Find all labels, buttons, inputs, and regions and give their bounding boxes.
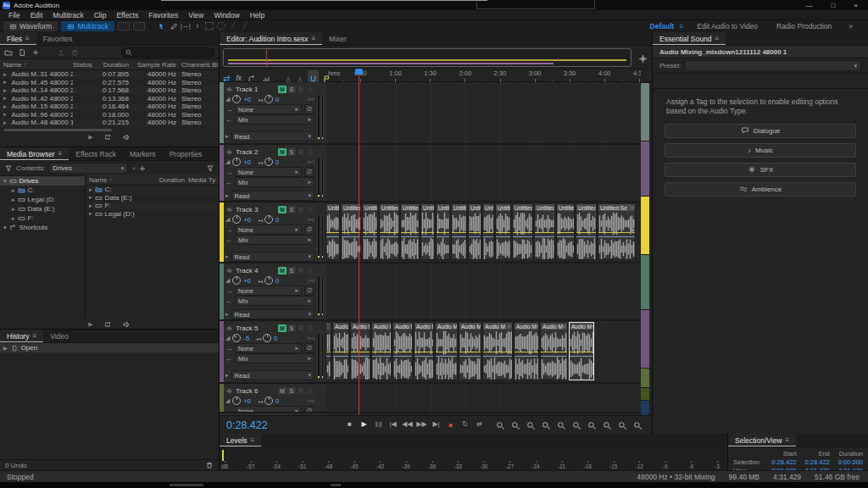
clip-header[interactable]: Audio M▾: [541, 323, 567, 330]
volume-envelope[interactable]: [535, 232, 554, 233]
volume-value[interactable]: +0: [243, 96, 251, 103]
volume-envelope[interactable]: [326, 352, 331, 352]
clip-header[interactable]: Audio M▾: [393, 323, 412, 330]
volume-envelope[interactable]: [436, 352, 457, 352]
audio-clip[interactable]: Untitled Se: [420, 203, 435, 260]
volume-envelope[interactable]: [541, 352, 567, 352]
file-row[interactable]: ▸Audio M..42 48000 2.wav0:13.36848000 Hz…: [0, 95, 219, 103]
monitor-input-button[interactable]: I: [306, 148, 314, 156]
clip-header[interactable]: Audio M▾: [459, 323, 481, 330]
record-button[interactable]: ●: [444, 420, 457, 430]
pan-envelope[interactable]: [342, 236, 360, 237]
mute-button[interactable]: M: [278, 267, 287, 274]
history-tab-video[interactable]: Video: [43, 330, 75, 342]
pan-value[interactable]: 0: [275, 397, 279, 405]
go-end-button[interactable]: ▶|: [430, 420, 442, 430]
volume-envelope[interactable]: [342, 232, 360, 233]
pan-envelope[interactable]: [576, 236, 596, 237]
audio-clip[interactable]: Untitled Se: [436, 203, 450, 260]
automation-select[interactable]: Read▾: [231, 370, 314, 380]
output-select[interactable]: Mix▸: [235, 296, 314, 306]
file-row[interactable]: ▸Audio M..96 48000 2.wav0:18.00048000 Hz…: [0, 111, 219, 119]
pan-envelope[interactable]: [393, 356, 412, 357]
workspace-tab-default[interactable]: Default: [642, 22, 683, 30]
selection-view-tab-selection-view[interactable]: Selection/View≡: [728, 434, 796, 446]
audio-clip[interactable]: Audio M▾: [392, 322, 413, 380]
volume-envelope[interactable]: [483, 232, 493, 233]
expander-icon[interactable]: ▸: [3, 95, 7, 102]
mute-button[interactable]: M: [278, 387, 287, 395]
audio-clip[interactable]: Untitled Se: [482, 203, 494, 260]
audio-clip[interactable]: Audio M: [332, 322, 349, 380]
phase-button[interactable]: ∅: [304, 104, 314, 114]
knob[interactable]: [232, 276, 241, 285]
preset-select[interactable]: ▾: [685, 60, 861, 71]
pan-envelope[interactable]: [380, 236, 398, 237]
pan-envelope[interactable]: [363, 236, 377, 237]
mute-button[interactable]: M: [278, 206, 287, 214]
pan-envelope[interactable]: [326, 236, 339, 237]
audio-clip[interactable]: Untitled Se▾: [512, 203, 533, 260]
column-header-bi[interactable]: Bi: [212, 61, 219, 69]
clip-header[interactable]: Untitled Se▾: [557, 204, 574, 211]
zoom-in-button[interactable]: [493, 418, 508, 433]
zoom-in-out-button[interactable]: [600, 418, 615, 433]
file-row[interactable]: ▸Audio M..15 48000 2.wav0:16.46448000 Hz…: [0, 103, 219, 111]
pause-button[interactable]: ▮▮: [372, 420, 385, 430]
menu-window[interactable]: Window: [209, 11, 244, 19]
volume-value[interactable]: -5: [243, 335, 249, 342]
audio-clip[interactable]: Audio M▾: [569, 322, 594, 380]
phase-button[interactable]: ∅: [304, 343, 314, 353]
clip-header[interactable]: Audio M▾: [415, 323, 433, 330]
clip-header[interactable]: Audio M▾: [351, 323, 370, 330]
knob[interactable]: [232, 334, 241, 342]
import-file-icon[interactable]: [18, 48, 26, 57]
menu-effects[interactable]: Effects: [111, 11, 143, 19]
pan-envelope[interactable]: [333, 356, 348, 357]
solo-button[interactable]: S: [287, 387, 296, 395]
track-scroll-segment[interactable]: [641, 369, 649, 387]
volume-envelope[interactable]: [459, 352, 481, 352]
track-scroll-segment[interactable]: [641, 388, 649, 400]
media-tab-media-browser[interactable]: Media Browser≡: [0, 147, 69, 160]
solo-button[interactable]: S: [287, 324, 296, 332]
playhead-handle[interactable]: [355, 69, 363, 75]
automation-select[interactable]: Read▾: [231, 309, 314, 319]
monitor-input-button[interactable]: I: [306, 86, 314, 93]
knob[interactable]: [264, 158, 273, 166]
volume-envelope[interactable]: [570, 352, 593, 352]
file-row[interactable]: ▸Audio M..14 48000 2.wav0:17.56848000 Hz…: [0, 86, 219, 95]
razor-tool[interactable]: [168, 22, 180, 31]
navigator-crosshair-icon[interactable]: [638, 54, 648, 64]
panel-menu-icon[interactable]: ≡: [58, 150, 63, 158]
automation-expander-icon[interactable]: ▸: [225, 253, 229, 260]
pan-envelope[interactable]: [515, 356, 538, 357]
timeline-ruler[interactable]: hms0:301:001:302:002:303:003:304:004:30: [326, 68, 641, 82]
input-select[interactable]: None▸: [235, 225, 302, 235]
expand-icon[interactable]: ▸: [89, 194, 92, 201]
zoom-in-left-button[interactable]: [570, 418, 584, 433]
audio-clip[interactable]: Audio M▾: [540, 322, 568, 380]
record-arm-button[interactable]: R: [297, 387, 305, 395]
expand-icon[interactable]: ▸: [12, 197, 15, 203]
track-name[interactable]: Track 4: [236, 267, 258, 274]
volume-envelope[interactable]: [380, 232, 398, 233]
editor-tab-mixer[interactable]: Mixer: [322, 32, 353, 45]
volume-value[interactable]: +0: [243, 397, 251, 405]
menu-edit[interactable]: Edit: [25, 11, 48, 19]
tag-button-ambience[interactable]: Ambience: [665, 182, 856, 197]
file-row[interactable]: ▸Audio M..45 48000 2.wav0:27.57548000 Hz…: [0, 79, 219, 87]
menu-view[interactable]: View: [183, 11, 209, 19]
knob[interactable]: [232, 95, 241, 103]
workspace-tab-radio-production[interactable]: Radio Production: [768, 22, 840, 30]
volume-envelope[interactable]: [437, 232, 449, 233]
expander-icon[interactable]: ▸: [3, 103, 7, 110]
track-scroll-segment[interactable]: [641, 310, 649, 368]
zoom-out-button[interactable]: [509, 418, 523, 433]
record-arm-button[interactable]: R: [297, 206, 305, 214]
input-select[interactable]: None▸: [235, 104, 302, 114]
phase-button[interactable]: ∅: [304, 167, 314, 177]
maximize-button[interactable]: □: [831, 2, 835, 9]
column-header-sample-rate[interactable]: Sample Rate: [132, 61, 181, 69]
track-name[interactable]: Track 5: [236, 324, 258, 332]
